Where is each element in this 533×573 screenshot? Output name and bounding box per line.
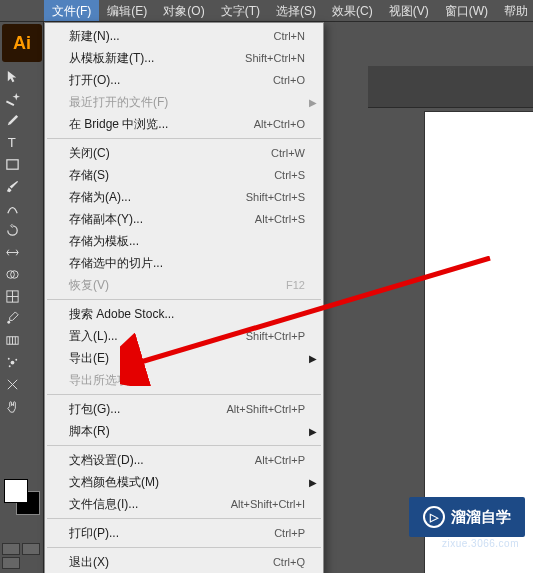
menu-item-label: 打包(G)... bbox=[69, 401, 226, 418]
fill-swatch[interactable] bbox=[4, 479, 28, 503]
symbol-tool[interactable] bbox=[2, 352, 22, 373]
shaper-tool[interactable] bbox=[2, 198, 22, 219]
menu-item[interactable]: 存储为(A)...Shift+Ctrl+S bbox=[45, 186, 323, 208]
menu-item-label: 打开(O)... bbox=[69, 72, 273, 89]
menu-item[interactable]: 新建(N)...Ctrl+N bbox=[45, 25, 323, 47]
menu-item[interactable]: 文档颜色模式(M)▶ bbox=[45, 471, 323, 493]
rotate-tool[interactable] bbox=[2, 220, 22, 241]
menu-8[interactable]: 帮助 bbox=[496, 0, 533, 21]
document-bar bbox=[368, 66, 533, 90]
screen-mode[interactable] bbox=[2, 557, 20, 569]
menu-shortcut: Alt+Ctrl+P bbox=[255, 454, 305, 466]
menu-item-label: 搜索 Adobe Stock... bbox=[69, 306, 305, 323]
menu-shortcut: Shift+Ctrl+N bbox=[245, 52, 305, 64]
width-tool[interactable] bbox=[2, 242, 22, 263]
menu-separator bbox=[47, 299, 321, 300]
menu-separator bbox=[47, 394, 321, 395]
menu-shortcut: Shift+Ctrl+S bbox=[246, 191, 305, 203]
menu-item[interactable]: 存储(S)Ctrl+S bbox=[45, 164, 323, 186]
menu-item-label: 文件信息(I)... bbox=[69, 496, 231, 513]
menu-2[interactable]: 对象(O) bbox=[155, 0, 212, 21]
menu-item: 最近打开的文件(F)▶ bbox=[45, 91, 323, 113]
menu-item-label: 脚本(R) bbox=[69, 423, 305, 440]
menu-shortcut: Alt+Shift+Ctrl+P bbox=[226, 403, 305, 415]
menu-item-label: 置入(L)... bbox=[69, 328, 246, 345]
menu-item-label: 打印(P)... bbox=[69, 525, 274, 542]
menu-item[interactable]: 存储选中的切片... bbox=[45, 252, 323, 274]
menu-item[interactable]: 脚本(R)▶ bbox=[45, 420, 323, 442]
pen-tool[interactable] bbox=[2, 110, 22, 131]
svg-point-10 bbox=[8, 365, 10, 367]
svg-rect-1 bbox=[6, 160, 17, 169]
draw-normal[interactable] bbox=[2, 543, 20, 555]
hand-tool[interactable] bbox=[2, 396, 22, 417]
menu-1[interactable]: 编辑(E) bbox=[99, 0, 155, 21]
watermark-text: 溜溜自学 bbox=[451, 508, 511, 527]
menu-shortcut: Ctrl+Q bbox=[273, 556, 305, 568]
submenu-arrow-icon: ▶ bbox=[309, 477, 317, 488]
menu-shortcut: Ctrl+O bbox=[273, 74, 305, 86]
menu-7[interactable]: 窗口(W) bbox=[437, 0, 496, 21]
draw-behind[interactable] bbox=[22, 543, 40, 555]
mesh-tool[interactable] bbox=[2, 286, 22, 307]
slice-tool[interactable] bbox=[2, 374, 22, 395]
type-tool[interactable]: T bbox=[2, 132, 22, 153]
tool-column: T bbox=[1, 66, 23, 418]
app-logo: Ai bbox=[2, 24, 42, 62]
selection-tool[interactable] bbox=[2, 66, 22, 87]
menu-shortcut: Ctrl+S bbox=[274, 169, 305, 181]
menu-item[interactable]: 存储为模板... bbox=[45, 230, 323, 252]
menu-separator bbox=[47, 547, 321, 548]
svg-text:T: T bbox=[7, 135, 15, 150]
menu-item-label: 存储(S) bbox=[69, 167, 274, 184]
menu-item-label: 存储为模板... bbox=[69, 233, 305, 250]
paintbrush-tool[interactable] bbox=[2, 176, 22, 197]
menu-separator bbox=[47, 138, 321, 139]
menu-5[interactable]: 效果(C) bbox=[324, 0, 381, 21]
menubar: 文件(F)编辑(E)对象(O)文字(T)选择(S)效果(C)视图(V)窗口(W)… bbox=[0, 0, 533, 22]
menu-item-label: 退出(X) bbox=[69, 554, 273, 571]
menu-item[interactable]: 置入(L)...Shift+Ctrl+P bbox=[45, 325, 323, 347]
shape-builder-tool[interactable] bbox=[2, 264, 22, 285]
svg-point-8 bbox=[7, 358, 9, 360]
menu-item[interactable]: 关闭(C)Ctrl+W bbox=[45, 142, 323, 164]
menu-item-label: 恢复(V) bbox=[69, 277, 286, 294]
svg-point-9 bbox=[15, 359, 17, 361]
menu-item[interactable]: 打包(G)...Alt+Shift+Ctrl+P bbox=[45, 398, 323, 420]
menu-3[interactable]: 文字(T) bbox=[213, 0, 268, 21]
tool-panel: Ai T bbox=[0, 22, 44, 573]
svg-point-7 bbox=[10, 361, 14, 365]
menu-item[interactable]: 打印(P)...Ctrl+P bbox=[45, 522, 323, 544]
menu-item[interactable]: 文件信息(I)...Alt+Shift+Ctrl+I bbox=[45, 493, 323, 515]
menu-6[interactable]: 视图(V) bbox=[381, 0, 437, 21]
eyedropper-tool[interactable] bbox=[2, 308, 22, 329]
menu-0[interactable]: 文件(F) bbox=[44, 0, 99, 21]
menu-item-label: 关闭(C) bbox=[69, 145, 271, 162]
menu-item[interactable]: 打开(O)...Ctrl+O bbox=[45, 69, 323, 91]
gradient-tool[interactable] bbox=[2, 330, 22, 351]
menu-item[interactable]: 文档设置(D)...Alt+Ctrl+P bbox=[45, 449, 323, 471]
menu-item[interactable]: 导出(E)▶ bbox=[45, 347, 323, 369]
menu-shortcut: Shift+Ctrl+P bbox=[246, 330, 305, 342]
color-swatches[interactable] bbox=[4, 479, 40, 515]
menu-shortcut: Alt+Ctrl+O bbox=[254, 118, 305, 130]
menu-shortcut: Ctrl+W bbox=[271, 147, 305, 159]
menu-item[interactable]: 搜索 Adobe Stock... bbox=[45, 303, 323, 325]
watermark-url: zixue.3066.com bbox=[442, 538, 519, 549]
menu-item-label: 文档设置(D)... bbox=[69, 452, 255, 469]
menu-item[interactable]: 从模板新建(T)...Shift+Ctrl+N bbox=[45, 47, 323, 69]
menu-item-label: 文档颜色模式(M) bbox=[69, 474, 305, 491]
menu-item-label: 导出所选项目... bbox=[69, 372, 305, 389]
menu-item[interactable]: 退出(X)Ctrl+Q bbox=[45, 551, 323, 573]
draw-mode-buttons bbox=[2, 543, 40, 569]
menu-item-label: 存储选中的切片... bbox=[69, 255, 305, 272]
menu-item[interactable]: 存储副本(Y)...Alt+Ctrl+S bbox=[45, 208, 323, 230]
rectangle-tool[interactable] bbox=[2, 154, 22, 175]
menu-item-label: 存储为(A)... bbox=[69, 189, 246, 206]
menu-separator bbox=[47, 445, 321, 446]
menu-item[interactable]: 在 Bridge 中浏览...Alt+Ctrl+O bbox=[45, 113, 323, 135]
menu-4[interactable]: 选择(S) bbox=[268, 0, 324, 21]
menu-item-label: 存储副本(Y)... bbox=[69, 211, 255, 228]
ruler-horizontal bbox=[368, 90, 533, 108]
magic-wand-tool[interactable] bbox=[2, 88, 22, 109]
